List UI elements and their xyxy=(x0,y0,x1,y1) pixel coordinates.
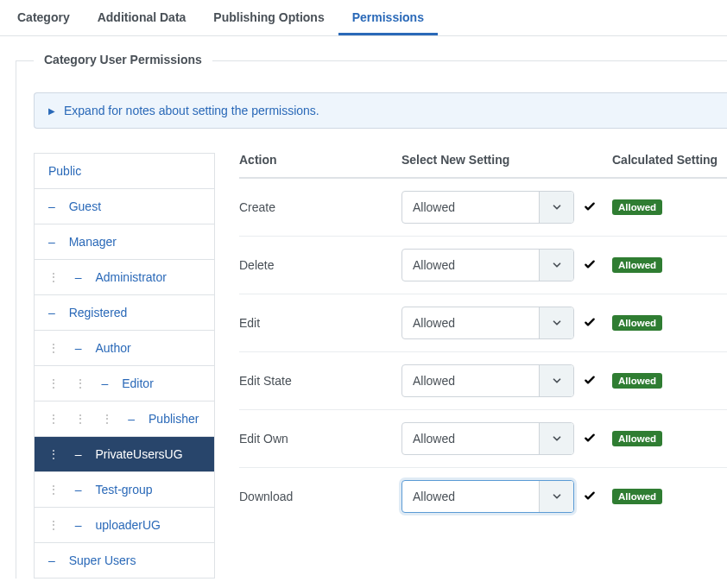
user-group-item-publisher[interactable]: ⋮ ⋮ ⋮ – Publisher xyxy=(35,401,214,437)
table-header: Action Select New Setting Calculated Set… xyxy=(239,153,727,179)
action-label: Create xyxy=(239,200,401,214)
indent-dots-icon: ⋮ xyxy=(48,342,58,354)
expand-notes-label: Expand for notes about setting the permi… xyxy=(64,104,319,117)
select-caret[interactable] xyxy=(539,192,573,223)
select-caret[interactable] xyxy=(539,307,573,338)
check-icon xyxy=(583,315,597,329)
action-label: Download xyxy=(239,490,401,503)
expand-notes-bar[interactable]: ▶ Expand for notes about setting the per… xyxy=(34,92,727,129)
setting-select[interactable]: Allowed xyxy=(401,422,574,455)
col-setting-header: Select New Setting xyxy=(401,153,612,167)
indent-dash: – xyxy=(48,553,55,567)
indent-dots-icon: ⋮ xyxy=(48,271,58,283)
indent-dash: – xyxy=(75,483,82,496)
setting-select[interactable]: Allowed xyxy=(401,249,574,281)
calc-badge: Allowed xyxy=(612,199,662,215)
setting-select[interactable]: Allowed xyxy=(401,364,574,397)
user-group-item-registered[interactable]: – Registered xyxy=(35,295,214,331)
saved-check xyxy=(583,489,597,505)
permission-row: Edit OwnAllowedAllowed xyxy=(239,410,727,468)
chevron-down-icon xyxy=(551,433,563,445)
indent-dots-icon: ⋮ xyxy=(75,377,85,389)
check-icon xyxy=(583,373,597,387)
user-group-item-uploaderug[interactable]: ⋮ – uploaderUG xyxy=(35,508,214,543)
calc-cell: Allowed xyxy=(612,315,727,331)
select-value: Allowed xyxy=(402,307,539,338)
setting-select[interactable]: Allowed xyxy=(401,307,574,339)
select-caret[interactable] xyxy=(539,250,573,281)
calc-cell: Allowed xyxy=(612,373,727,389)
select-value: Allowed xyxy=(402,192,539,223)
group-label: Public xyxy=(48,164,81,178)
calc-cell: Allowed xyxy=(612,489,727,504)
user-group-item-administrator[interactable]: ⋮ – Administrator xyxy=(35,260,214,295)
indent-dots-icon: ⋮ xyxy=(75,413,85,425)
saved-check xyxy=(583,373,597,389)
indent-dots-icon: ⋮ xyxy=(102,413,111,425)
indent-dots-icon: ⋮ xyxy=(48,413,58,425)
user-group-item-public[interactable]: Public xyxy=(35,154,214,189)
calc-badge: Allowed xyxy=(612,315,662,331)
action-label: Edit xyxy=(239,316,401,330)
check-icon xyxy=(583,489,597,503)
chevron-down-icon xyxy=(551,201,563,213)
group-label: PrivateUsersUG xyxy=(95,447,182,461)
indent-dots-icon: ⋮ xyxy=(48,519,58,531)
select-caret[interactable] xyxy=(539,481,573,512)
tab-publishing-options[interactable]: Publishing Options xyxy=(199,2,338,35)
indent-dash: – xyxy=(48,235,55,249)
tab-additional-data[interactable]: Additional Data xyxy=(84,2,200,35)
group-label: Test-group xyxy=(95,483,152,496)
indent-dots-icon: ⋮ xyxy=(48,377,58,389)
tab-permissions[interactable]: Permissions xyxy=(338,2,438,35)
setting-select[interactable]: Allowed xyxy=(401,191,574,224)
content-area: Category User Permissions ▶ Expand for n… xyxy=(0,36,727,579)
saved-check xyxy=(583,257,597,274)
select-value: Allowed xyxy=(402,365,539,396)
tab-bar: CategoryAdditional DataPublishing Option… xyxy=(0,0,727,36)
group-label: Editor xyxy=(122,376,154,390)
setting-select[interactable]: Allowed xyxy=(401,480,574,513)
user-group-item-manager[interactable]: – Manager xyxy=(35,224,214,260)
select-value: Allowed xyxy=(402,481,539,512)
user-group-list: Public– Guest– Manager⋮ – Administrator–… xyxy=(34,153,215,579)
action-label: Delete xyxy=(239,258,401,272)
group-label: Registered xyxy=(69,306,128,319)
indent-dash: – xyxy=(102,376,109,390)
select-caret[interactable] xyxy=(539,365,573,396)
user-group-item-author[interactable]: ⋮ – Author xyxy=(35,331,214,366)
user-group-item-guest[interactable]: – Guest xyxy=(35,189,214,224)
saved-check xyxy=(583,431,597,447)
expand-triangle-icon: ▶ xyxy=(48,106,55,116)
group-label: Author xyxy=(95,341,130,355)
permission-row: EditAllowedAllowed xyxy=(239,294,727,352)
group-label: Publisher xyxy=(149,412,199,426)
setting-cell: Allowed xyxy=(401,480,612,513)
permissions-layout: Public– Guest– Manager⋮ – Administrator–… xyxy=(34,153,727,579)
indent-dots-icon: ⋮ xyxy=(48,484,58,496)
check-icon xyxy=(583,431,597,445)
saved-check xyxy=(583,315,597,332)
indent-dash: – xyxy=(128,412,135,426)
calc-badge: Allowed xyxy=(612,257,662,273)
col-action-header: Action xyxy=(239,153,401,167)
tab-category[interactable]: Category xyxy=(3,2,84,35)
group-label: Guest xyxy=(69,199,101,213)
indent-dash: – xyxy=(75,270,82,284)
setting-cell: Allowed xyxy=(401,191,612,224)
col-calc-header: Calculated Setting xyxy=(612,153,727,167)
select-caret[interactable] xyxy=(539,423,573,454)
calc-badge: Allowed xyxy=(612,373,662,389)
user-group-item-super-users[interactable]: – Super Users xyxy=(35,543,214,579)
chevron-down-icon xyxy=(551,490,563,503)
indent-dash: – xyxy=(75,518,82,532)
action-label: Edit Own xyxy=(239,432,401,446)
permission-row: Edit StateAllowedAllowed xyxy=(239,352,727,410)
user-group-item-test-group[interactable]: ⋮ – Test-group xyxy=(35,472,214,508)
select-value: Allowed xyxy=(402,250,539,281)
user-group-item-editor[interactable]: ⋮ ⋮ – Editor xyxy=(35,366,214,401)
fieldset-legend: Category User Permissions xyxy=(34,53,212,66)
permissions-table: Action Select New Setting Calculated Set… xyxy=(239,153,727,525)
user-group-item-privateusersug[interactable]: ⋮ – PrivateUsersUG xyxy=(35,437,214,472)
calc-cell: Allowed xyxy=(612,431,727,446)
